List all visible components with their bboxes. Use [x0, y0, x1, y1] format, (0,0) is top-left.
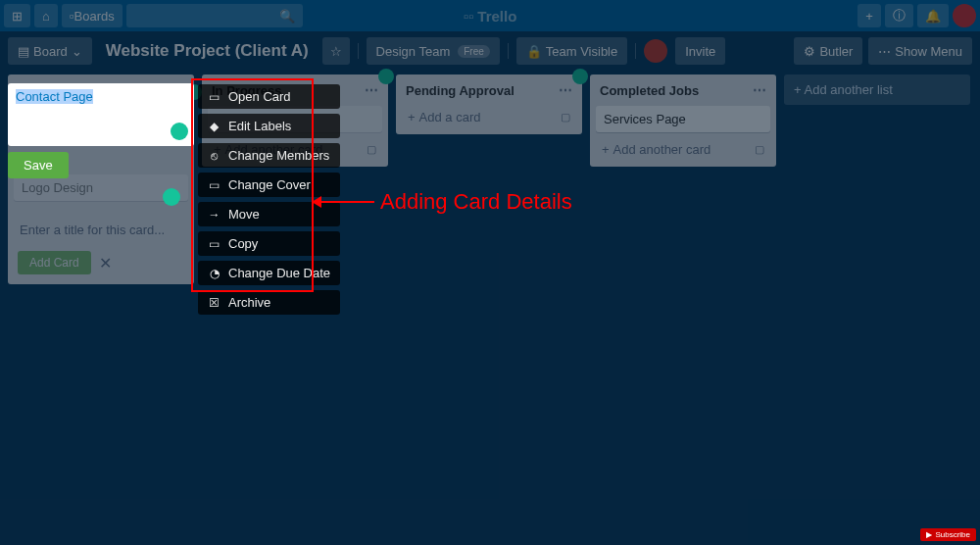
- list-title[interactable]: Pending Approval: [406, 83, 514, 98]
- list-pending-approval: Pending Approval ⋯ +Add a card ▢: [396, 74, 582, 134]
- grammarly-icon: [163, 188, 180, 206]
- trello-logo: ▫▫ Trello: [464, 8, 517, 25]
- show-menu-button[interactable]: ⋯ Show Menu: [868, 37, 972, 65]
- list-menu-icon[interactable]: ⋯: [365, 82, 378, 98]
- card-services-page[interactable]: Services Page: [596, 106, 770, 132]
- invite-button[interactable]: Invite: [675, 37, 725, 65]
- archive-icon: ☒: [208, 296, 220, 310]
- template-icon[interactable]: ▢: [561, 111, 570, 124]
- arrow-head-icon: [312, 196, 321, 208]
- card-edit-text: Contact Page: [16, 89, 93, 104]
- add-another-list[interactable]: + Add another list: [784, 74, 970, 105]
- template-icon[interactable]: ▢: [755, 143, 764, 156]
- card-edit-textarea[interactable]: Contact Page: [8, 83, 194, 146]
- add-a-card[interactable]: +Add a card ▢: [402, 106, 576, 128]
- create-button[interactable]: +: [858, 4, 881, 27]
- close-icon[interactable]: ✕: [99, 254, 112, 272]
- annotation-text: Adding Card Details: [380, 189, 572, 215]
- board-header: ▤ Board ⌄ Website Project (Client A) ☆ D…: [0, 31, 980, 71]
- member-avatar[interactable]: [644, 39, 667, 63]
- top-nav: ⊞ ⌂ ▫ Boards 🔍 ▫▫ Trello + ⓘ 🔔: [0, 0, 980, 31]
- search-input[interactable]: 🔍: [126, 4, 303, 27]
- template-icon[interactable]: ▢: [367, 143, 376, 156]
- list-menu-icon[interactable]: ⋯: [753, 82, 766, 98]
- grammarly-icon: [378, 69, 394, 84]
- list-title[interactable]: Completed Jobs: [600, 83, 699, 98]
- board-title[interactable]: Website Project (Client A): [100, 41, 315, 61]
- annotation-box: [191, 78, 314, 292]
- notifications-button[interactable]: 🔔: [917, 4, 949, 27]
- add-card-button[interactable]: Add Card: [18, 251, 91, 274]
- youtube-subscribe-badge[interactable]: ▶ Subscribe: [920, 528, 976, 541]
- home-button[interactable]: ⌂: [34, 4, 58, 27]
- butler-button[interactable]: ⚙ Butler: [794, 37, 862, 65]
- annotation-arrow: Adding Card Details: [312, 189, 572, 215]
- boards-button[interactable]: ▫ Boards: [62, 4, 122, 27]
- star-button[interactable]: ☆: [322, 37, 350, 65]
- list-menu-icon[interactable]: ⋯: [559, 82, 572, 98]
- visibility-button[interactable]: 🔒 Team Visible: [516, 37, 627, 65]
- add-another-card[interactable]: +Add another card ▢: [596, 138, 770, 161]
- card-composer-placeholder[interactable]: Enter a title for this card...: [14, 219, 188, 241]
- apps-button[interactable]: ⊞: [4, 4, 30, 27]
- user-avatar[interactable]: [953, 4, 976, 27]
- quick-edit-card: Contact Page Save: [8, 83, 194, 178]
- info-button[interactable]: ⓘ: [885, 4, 913, 27]
- grammarly-icon: [572, 69, 588, 84]
- board-view-button[interactable]: ▤ Board ⌄: [8, 37, 92, 65]
- boards-label: Boards: [74, 9, 115, 24]
- ctx-archive[interactable]: ☒Archive: [198, 290, 340, 315]
- team-button[interactable]: Design TeamFree: [367, 37, 500, 65]
- save-button[interactable]: Save: [8, 152, 69, 178]
- list-completed-jobs: Completed Jobs ⋯ Services Page +Add anot…: [590, 74, 776, 167]
- grammarly-icon: [171, 123, 188, 140]
